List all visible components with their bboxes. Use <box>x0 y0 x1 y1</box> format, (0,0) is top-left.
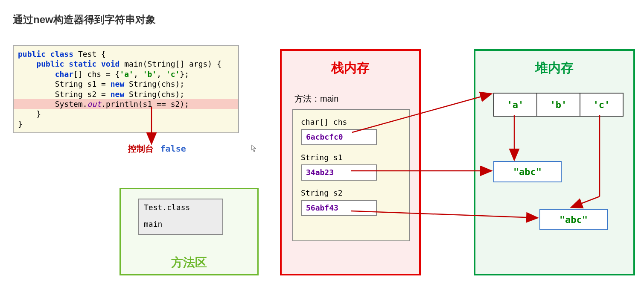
method-area-label: 方法区 <box>121 255 257 271</box>
code-text: String(chs); <box>124 79 184 88</box>
code-kw: new <box>111 79 125 88</box>
heap-string-2: "abc" <box>539 209 608 230</box>
char-array: 'a' 'b' 'c' <box>493 93 624 117</box>
stack-memory-box: 栈内存 方法：main char[] chs 6acbcfc0 String s… <box>280 49 421 275</box>
code-field: out <box>87 100 102 108</box>
var-s2-value: 56abf43 <box>301 200 377 216</box>
code-text: [] chs = { <box>73 70 119 79</box>
page-title: 通过new构造器得到字符串对象 <box>13 13 631 26</box>
console-label: 控制台 <box>128 144 154 153</box>
code-text: String s1 = <box>55 79 111 88</box>
heap-memory-box: 堆内存 'a' 'b' 'c' "abc" "abc" <box>474 49 635 275</box>
var-s1-label: String s1 <box>301 153 401 162</box>
code-literal: 'b' <box>143 70 157 79</box>
code-text: Test { <box>73 50 106 59</box>
code-text: } <box>14 109 238 119</box>
code-text: .println(s1 == s2); <box>101 100 189 108</box>
code-kw: char <box>55 70 73 79</box>
code-text: }; <box>180 70 189 79</box>
code-literal: 'a' <box>119 70 134 79</box>
code-text: String(chs); <box>124 90 184 99</box>
code-text: , <box>157 70 166 79</box>
class-file-name: Test.class <box>144 203 217 212</box>
code-kw: new <box>111 90 125 99</box>
method-name: main <box>144 220 217 228</box>
stack-method-label: 方法：main <box>294 93 419 105</box>
code-text: , <box>134 70 143 79</box>
code-text: String s2 = <box>55 90 111 99</box>
char-cell-a: 'a' <box>493 93 537 117</box>
method-area-box: Test.class main 方法区 <box>119 188 259 275</box>
var-s1-value: 34ab23 <box>301 164 377 181</box>
stack-frame: char[] chs 6acbcfc0 String s1 34ab23 Str… <box>292 109 410 241</box>
char-cell-b: 'b' <box>536 93 580 117</box>
code-literal: 'c' <box>166 70 180 79</box>
char-cell-c: 'c' <box>580 93 624 117</box>
code-block: public class Test { public static void m… <box>13 45 239 133</box>
code-kw: public static void <box>36 59 119 68</box>
mouse-cursor-icon <box>251 144 257 152</box>
code-text: main(String[] args) { <box>119 59 221 68</box>
var-s2-label: String s2 <box>301 188 401 197</box>
heap-string-1: "abc" <box>493 161 562 182</box>
heap-header: 堆内存 <box>475 59 633 77</box>
stack-header: 栈内存 <box>282 59 419 77</box>
console-value: false <box>160 143 186 154</box>
class-file-box: Test.class main <box>138 199 223 235</box>
var-chs-value: 6acbcfc0 <box>301 129 377 145</box>
var-chs-label: char[] chs <box>301 117 401 126</box>
code-text: } <box>14 119 238 129</box>
console-output: 控制台 false <box>128 143 186 155</box>
code-kw: public class <box>18 50 73 59</box>
code-text: System. <box>55 100 87 108</box>
